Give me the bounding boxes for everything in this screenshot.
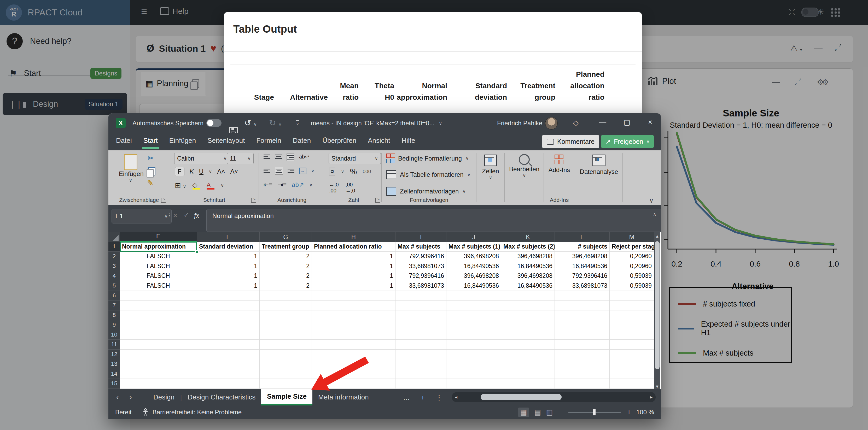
column-header-H[interactable]: H: [312, 232, 396, 242]
column-header-J[interactable]: J: [446, 232, 501, 242]
grid-cell[interactable]: [501, 369, 555, 379]
grid-cell[interactable]: [446, 350, 501, 360]
fill-handle[interactable]: [195, 250, 199, 254]
wrap-text-icon[interactable]: ab↩: [299, 154, 309, 161]
grid-cell[interactable]: 1: [312, 281, 396, 291]
row-header-14[interactable]: 14: [108, 369, 120, 379]
cut-icon[interactable]: ✂: [148, 154, 154, 163]
row-header-2[interactable]: 2: [108, 252, 120, 262]
merge-center-icon[interactable]: ↔: [299, 168, 306, 174]
zoom-slider-thumb[interactable]: [593, 409, 595, 416]
grid-cell[interactable]: [197, 330, 260, 340]
grid-cell[interactable]: FALSCH: [120, 261, 197, 271]
grid-cell[interactable]: 396,4698208: [501, 271, 555, 281]
window-close-button[interactable]: ×: [648, 118, 652, 126]
grid-cell[interactable]: [610, 359, 654, 369]
grid-cell[interactable]: [312, 300, 396, 310]
grid-cell[interactable]: 792,9396416: [396, 271, 446, 281]
horizontal-scrollbar[interactable]: ◂ ▸: [452, 392, 656, 402]
grid-cell[interactable]: [197, 359, 260, 369]
copy-button-icon[interactable]: [148, 167, 155, 175]
grid-cell[interactable]: FALSCH: [120, 271, 197, 281]
grid-cell[interactable]: [446, 310, 501, 320]
grid-cell[interactable]: [446, 300, 501, 310]
grid-cell[interactable]: [120, 379, 197, 389]
grid-cell[interactable]: [501, 330, 555, 340]
grid-cell[interactable]: [197, 291, 260, 301]
fill-color-button[interactable]: ◇: [192, 181, 200, 190]
vertical-scrollbar[interactable]: ▲ ▼: [654, 232, 660, 389]
grid-cell[interactable]: Treatment group: [260, 242, 312, 252]
share-button[interactable]: ↗ Freigeben ∨: [601, 135, 654, 148]
grid-cell[interactable]: 2: [260, 281, 312, 291]
grid-cell[interactable]: [446, 369, 501, 379]
quick-access-chevron-icon[interactable]: ∨: [296, 120, 299, 127]
grid-cell[interactable]: 16,84490536: [501, 261, 555, 271]
grid-cell[interactable]: [446, 291, 501, 301]
addins-button[interactable]: Add-Ins: [544, 155, 575, 174]
grid-cell[interactable]: 2: [260, 271, 312, 281]
row-header-6[interactable]: 6: [108, 291, 120, 301]
ribbon-tab-überprüfen[interactable]: Überprüfen: [321, 137, 357, 149]
grid-cell[interactable]: 33,68981073: [396, 261, 446, 271]
grid-cell[interactable]: Max # subjects: [396, 242, 446, 252]
grid-cell[interactable]: 1: [312, 271, 396, 281]
sheet-tab-design-characteristics[interactable]: Design Characteristics: [182, 389, 261, 405]
select-all-corner[interactable]: [108, 232, 120, 242]
ribbon-tab-datei[interactable]: Datei: [115, 137, 133, 149]
grid-cell[interactable]: 0,59039: [610, 271, 654, 281]
user-name[interactable]: Friedrich Pahlke: [497, 120, 542, 127]
grid-cell[interactable]: [120, 369, 197, 379]
row-header-7[interactable]: 7: [108, 300, 120, 310]
grid-cell[interactable]: [555, 340, 610, 350]
percent-icon[interactable]: %: [350, 167, 357, 176]
grid-cell[interactable]: [446, 340, 501, 350]
grid-cell[interactable]: [501, 320, 555, 330]
grid-cell[interactable]: [312, 330, 396, 340]
normal-view-icon[interactable]: ▦: [518, 407, 529, 417]
zoom-slider[interactable]: [568, 412, 621, 412]
grid-cell[interactable]: [120, 350, 197, 360]
orientation-icon[interactable]: ab↗: [292, 181, 304, 189]
sheet-more-icon[interactable]: …: [403, 394, 410, 402]
grid-cell[interactable]: [120, 359, 197, 369]
grid-cell[interactable]: Planned allocation ratio: [312, 242, 396, 252]
zoom-out-icon[interactable]: −: [558, 408, 562, 416]
ribbon-tab-start[interactable]: Start: [142, 137, 159, 149]
grid-cell[interactable]: [260, 291, 312, 301]
grid-cell[interactable]: [396, 320, 446, 330]
grid-cell[interactable]: [260, 340, 312, 350]
grid-cell[interactable]: [120, 310, 197, 320]
decrease-indent-icon[interactable]: ⇤≡: [264, 181, 273, 189]
column-header-M[interactable]: M: [610, 232, 654, 242]
conditional-formatting-button[interactable]: Bedingte Formatierung∨: [386, 154, 469, 163]
grid-cell[interactable]: [555, 369, 610, 379]
row-header-5[interactable]: 5: [108, 281, 120, 291]
grid-cell[interactable]: [312, 340, 396, 350]
grid-cell[interactable]: [610, 340, 654, 350]
grid-cell[interactable]: [396, 330, 446, 340]
grid-cell[interactable]: [197, 310, 260, 320]
grid-cell[interactable]: [197, 300, 260, 310]
status-accessibility[interactable]: Barrierefreiheit: Keine Probleme: [153, 408, 242, 416]
grid-cell[interactable]: [610, 300, 654, 310]
undo-icon[interactable]: ↺ ∨: [244, 118, 257, 128]
vertical-scroll-thumb[interactable]: [655, 241, 659, 369]
window-maximize-button[interactable]: ▢: [623, 118, 630, 127]
grid-cell[interactable]: [197, 320, 260, 330]
grid-cell[interactable]: [610, 320, 654, 330]
format-as-table-button[interactable]: Als Tabelle formatieren∨: [386, 170, 470, 179]
ribbon-tab-formeln[interactable]: Formeln: [255, 137, 282, 149]
hscroll-right-icon[interactable]: ▸: [650, 394, 652, 400]
grid-cell[interactable]: Max # subjects (1): [446, 242, 501, 252]
window-minimize-button[interactable]: —: [599, 118, 606, 126]
zoom-in-icon[interactable]: +: [627, 408, 631, 416]
format-painter-icon[interactable]: ✎: [147, 178, 154, 188]
grid-cell[interactable]: [197, 340, 260, 350]
grid-cell[interactable]: [555, 379, 610, 389]
document-title[interactable]: means - IN design 'OF' kMax=2 thetaH0=0.…: [311, 120, 434, 127]
page-break-view-icon[interactable]: ▥: [546, 408, 553, 417]
cell-styles-button[interactable]: Zellenformatvorlagen∨: [386, 187, 466, 196]
underline-chevron-icon[interactable]: ∨: [209, 169, 212, 174]
align-bottom-icon[interactable]: [286, 154, 294, 161]
